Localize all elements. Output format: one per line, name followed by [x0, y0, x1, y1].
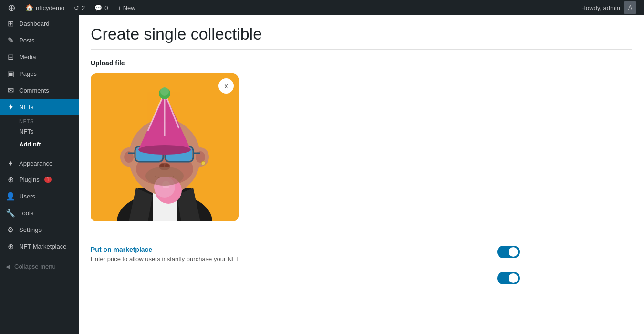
sidebar: ⊞ Dashboard ✎ Posts ⊟ Media ▣ Pages ✉ Co… [0, 15, 79, 334]
sidebar-label-dashboard: Dashboard [19, 20, 50, 27]
settings-icon: ⚙ [6, 225, 15, 234]
sidebar-item-nft-marketplace[interactable]: ⊕ NFT Marketplace [0, 238, 79, 255]
sidebar-label-media: Media [19, 53, 36, 61]
sidebar-item-users[interactable]: 👤 Users [0, 188, 79, 205]
marketplace-section: Put on marketplace Enter price to allow … [91, 236, 520, 262]
sidebar-label-tools: Tools [19, 209, 33, 217]
sidebar-label-posts: Posts [19, 37, 35, 44]
page-title: Create single collectible [91, 25, 632, 50]
sidebar-item-pages[interactable]: ▣ Pages [0, 65, 79, 82]
howdy-section: Howdy, admin A [578, 1, 640, 14]
appearance-icon: ♦ [6, 159, 15, 167]
comments-count: 0 [104, 4, 108, 11]
new-label: + New [117, 4, 135, 11]
posts-icon: ✎ [6, 36, 15, 45]
sidebar-item-posts[interactable]: ✎ Posts [0, 32, 79, 49]
menu-separator-2 [0, 257, 79, 257]
marketplace-toggle-slider [497, 246, 520, 258]
marketplace-title[interactable]: Put on marketplace [91, 246, 488, 253]
submenu-header: NFTs [0, 115, 79, 125]
svg-point-36 [160, 87, 169, 96]
svg-point-13 [201, 161, 205, 165]
sidebar-item-dashboard[interactable]: ⊞ Dashboard [0, 15, 79, 32]
site-name-button[interactable]: 🏠 nftcydemo [21, 0, 68, 15]
users-icon: 👤 [6, 192, 15, 201]
sidebar-item-tools[interactable]: 🔧 Tools [0, 205, 79, 221]
marketplace-info: Put on marketplace Enter price to allow … [91, 246, 488, 262]
admin-bar: ⊕ 🏠 nftcydemo ↺ 2 💬 0 + New Howdy, admin… [0, 0, 644, 15]
submenu-item-add-nft[interactable]: Add nft [0, 138, 79, 151]
comments-button[interactable]: 💬 0 [91, 0, 112, 15]
submenu-label-add-nft: Add nft [19, 141, 41, 148]
site-name-label: nftcydemo [36, 4, 64, 11]
howdy-label: Howdy, admin [582, 4, 620, 11]
second-toggle-row [91, 267, 520, 284]
pages-icon: ▣ [6, 69, 15, 78]
dashboard-icon: ⊞ [6, 19, 15, 28]
sidebar-item-appearance[interactable]: ♦ Appearance [0, 155, 79, 171]
sidebar-item-plugins[interactable]: ⊕ Plugins 1 [0, 171, 79, 188]
revisions-count: 2 [82, 4, 85, 11]
admin-avatar[interactable]: A [624, 1, 636, 14]
submenu-label-nfts: NFTs [19, 128, 33, 135]
upload-area[interactable]: x [91, 73, 239, 221]
submenu-item-nfts[interactable]: NFTs [0, 125, 79, 138]
new-content-button[interactable]: + New [114, 0, 139, 15]
plugins-icon: ⊕ [6, 175, 15, 184]
sidebar-item-nfts[interactable]: ✦ NFTs [0, 99, 79, 115]
sidebar-label-settings: Settings [19, 226, 42, 233]
nfts-icon: ✦ [6, 103, 15, 112]
sidebar-label-appearance: Appearance [19, 160, 52, 167]
main-content: Create single collectible Upload file [79, 15, 644, 334]
sidebar-label-users: Users [19, 193, 35, 200]
wp-logo-button[interactable]: ⊕ [4, 0, 20, 15]
collapse-label: Collapse menu [14, 263, 56, 270]
sidebar-item-media[interactable]: ⊟ Media [0, 49, 79, 65]
remove-image-button[interactable]: x [218, 78, 234, 94]
collapse-menu-button[interactable]: ◀ Collapse menu [0, 259, 79, 274]
sidebar-label-nfts: NFTs [19, 104, 33, 111]
media-icon: ⊟ [6, 52, 15, 62]
sidebar-label-comments: Comments [19, 87, 49, 94]
sidebar-item-settings[interactable]: ⚙ Settings [0, 221, 79, 238]
adminbar-right: Howdy, admin A [578, 1, 640, 14]
nft-marketplace-icon: ⊕ [6, 242, 15, 251]
sidebar-label-nft-marketplace: NFT Marketplace [19, 243, 66, 250]
second-toggle-slider [497, 272, 520, 284]
sidebar-label-pages: Pages [19, 70, 37, 77]
comments-icon: ✉ [6, 86, 15, 95]
nft-image [91, 73, 239, 221]
svg-point-34 [138, 145, 191, 155]
second-toggle[interactable] [497, 272, 520, 284]
tools-icon: 🔧 [6, 209, 15, 218]
plugins-badge: 1 [44, 177, 52, 183]
svg-point-37 [145, 167, 184, 186]
sidebar-item-comments[interactable]: ✉ Comments [0, 82, 79, 99]
upload-label: Upload file [91, 59, 632, 67]
menu-separator-1 [0, 153, 79, 153]
upload-section: Upload file [91, 59, 632, 221]
collapse-icon: ◀ [6, 263, 10, 270]
marketplace-toggle[interactable] [497, 246, 520, 258]
sidebar-label-plugins: Plugins [19, 176, 40, 183]
content-wrap: Create single collectible Upload file [79, 15, 644, 334]
marketplace-description: Enter price to allow users instantly pur… [91, 255, 488, 262]
revisions-button[interactable]: ↺ 2 [70, 0, 89, 15]
